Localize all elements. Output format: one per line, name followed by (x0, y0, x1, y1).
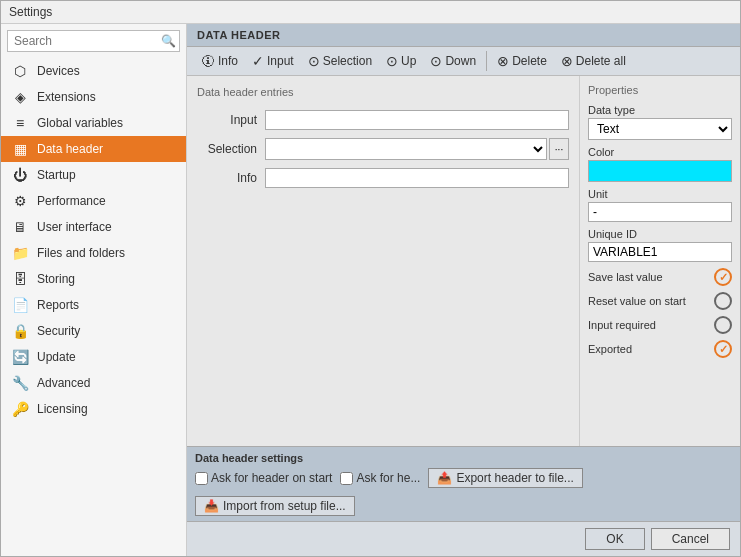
sidebar-item-global-variables[interactable]: ≡ Global variables (1, 110, 186, 136)
toolbar-separator (486, 51, 487, 71)
sidebar-item-user-interface[interactable]: 🖥 User interface (1, 214, 186, 240)
dialog-footer: OK Cancel (187, 521, 740, 556)
sidebar-item-performance[interactable]: ⚙ Performance (1, 188, 186, 214)
input-required-checkbox[interactable] (714, 316, 732, 334)
data-type-label: Data type (588, 104, 732, 116)
input-required-label: Input required (588, 319, 714, 331)
search-box: 🔍 (7, 30, 180, 52)
sidebar-items: ⬡ Devices ◈ Extensions ≡ Global variable… (1, 58, 186, 556)
selection-row: Selection ··· (197, 138, 569, 160)
cancel-button[interactable]: Cancel (651, 528, 730, 550)
panel-title: DATA HEADER (187, 24, 740, 47)
reset-value-row: Reset value on start (588, 292, 732, 310)
exported-checkbox[interactable] (714, 340, 732, 358)
data-type-section: Data type Text (588, 104, 732, 140)
down-button[interactable]: ⊙ Down (424, 51, 482, 71)
exported-row: Exported (588, 340, 732, 358)
reset-value-checkbox[interactable] (714, 292, 732, 310)
main-content: 🔍 ⬡ Devices ◈ Extensions ≡ Global variab… (1, 24, 740, 556)
delete-button[interactable]: ⊗ Delete (491, 51, 553, 71)
update-icon: 🔄 (11, 349, 29, 365)
ok-button[interactable]: OK (585, 528, 644, 550)
sidebar-item-storing[interactable]: 🗄 Storing (1, 266, 186, 292)
ask-he-input[interactable] (340, 472, 353, 485)
sidebar-item-reports[interactable]: 📄 Reports (1, 292, 186, 318)
title-bar: Settings (1, 1, 740, 24)
up-button[interactable]: ⊙ Up (380, 51, 422, 71)
save-last-value-checkbox[interactable] (714, 268, 732, 286)
import-icon: 📥 (204, 499, 219, 513)
footer-row: Ask for header on start Ask for he... 📤 … (195, 468, 732, 516)
properties-title: Properties (588, 84, 732, 96)
sidebar-item-data-header[interactable]: ▦ Data header (1, 136, 186, 162)
unique-id-input[interactable] (588, 242, 732, 262)
sidebar-item-extensions[interactable]: ◈ Extensions (1, 84, 186, 110)
save-last-value-label: Save last value (588, 271, 714, 283)
global-variables-icon: ≡ (11, 115, 29, 131)
delete-all-button[interactable]: ⊗ Delete all (555, 51, 632, 71)
import-setup-button[interactable]: 📥 Import from setup file... (195, 496, 355, 516)
ask-he-label: Ask for he... (356, 471, 420, 485)
info-field[interactable] (265, 168, 569, 188)
sidebar-item-security[interactable]: 🔒 Security (1, 318, 186, 344)
content-area: Data header entries Input Selection ··· … (187, 76, 740, 446)
data-type-select[interactable]: Text (588, 118, 732, 140)
color-section: Color (588, 146, 732, 182)
storing-icon: 🗄 (11, 271, 29, 287)
right-panel: DATA HEADER 🛈 Info ✓ Input ⊙ Selection ⊙ (187, 24, 740, 556)
delete-label: Delete (512, 54, 547, 68)
ask-header-start-checkbox[interactable]: Ask for header on start (195, 471, 332, 485)
ask-header-start-label: Ask for header on start (211, 471, 332, 485)
ask-he-checkbox[interactable]: Ask for he... (340, 471, 420, 485)
extensions-icon: ◈ (11, 89, 29, 105)
unit-section: Unit (588, 188, 732, 222)
sidebar-item-advanced[interactable]: 🔧 Advanced (1, 370, 186, 396)
sidebar-item-label: Files and folders (37, 246, 125, 260)
sidebar-item-licensing[interactable]: 🔑 Licensing (1, 396, 186, 422)
sidebar-item-startup[interactable]: ⏻ Startup (1, 162, 186, 188)
delete-icon: ⊗ (497, 53, 509, 69)
color-label: Color (588, 146, 732, 158)
input-field-label: Input (197, 113, 257, 127)
info-label: Info (218, 54, 238, 68)
toolbar: 🛈 Info ✓ Input ⊙ Selection ⊙ Up ⊙ Dow (187, 47, 740, 76)
sidebar-item-label: Reports (37, 298, 79, 312)
selection-icon: ⊙ (308, 53, 320, 69)
data-header-icon: ▦ (11, 141, 29, 157)
export-label: Export header to file... (456, 471, 573, 485)
entries-pane: Data header entries Input Selection ··· … (187, 76, 580, 446)
info-button[interactable]: 🛈 Info (195, 51, 244, 71)
sidebar-item-devices[interactable]: ⬡ Devices (1, 58, 186, 84)
info-icon: 🛈 (201, 53, 215, 69)
export-header-button[interactable]: 📤 Export header to file... (428, 468, 582, 488)
ask-header-start-input[interactable] (195, 472, 208, 485)
input-row: Input (197, 110, 569, 130)
color-swatch[interactable] (588, 160, 732, 182)
export-icon: 📤 (437, 471, 452, 485)
input-field[interactable] (265, 110, 569, 130)
performance-icon: ⚙ (11, 193, 29, 209)
search-input[interactable] (7, 30, 180, 52)
settings-window: Settings 🔍 ⬡ Devices ◈ Extensions ≡ Glo (0, 0, 741, 557)
unit-input[interactable] (588, 202, 732, 222)
input-icon: ✓ (252, 53, 264, 69)
sidebar-item-label: Data header (37, 142, 103, 156)
licensing-icon: 🔑 (11, 401, 29, 417)
input-label: Input (267, 54, 294, 68)
delete-all-icon: ⊗ (561, 53, 573, 69)
exported-label: Exported (588, 343, 714, 355)
input-button[interactable]: ✓ Input (246, 51, 300, 71)
selection-extra-button[interactable]: ··· (549, 138, 569, 160)
sidebar-item-files-and-folders[interactable]: 📁 Files and folders (1, 240, 186, 266)
selection-wrap: ··· (265, 138, 569, 160)
sidebar-item-update[interactable]: 🔄 Update (1, 344, 186, 370)
import-label: Import from setup file... (223, 499, 346, 513)
delete-all-label: Delete all (576, 54, 626, 68)
selection-select[interactable] (265, 138, 547, 160)
info-row: Info (197, 168, 569, 188)
sidebar-item-label: Devices (37, 64, 80, 78)
up-label: Up (401, 54, 416, 68)
sidebar-item-label: Global variables (37, 116, 123, 130)
security-icon: 🔒 (11, 323, 29, 339)
selection-button[interactable]: ⊙ Selection (302, 51, 378, 71)
